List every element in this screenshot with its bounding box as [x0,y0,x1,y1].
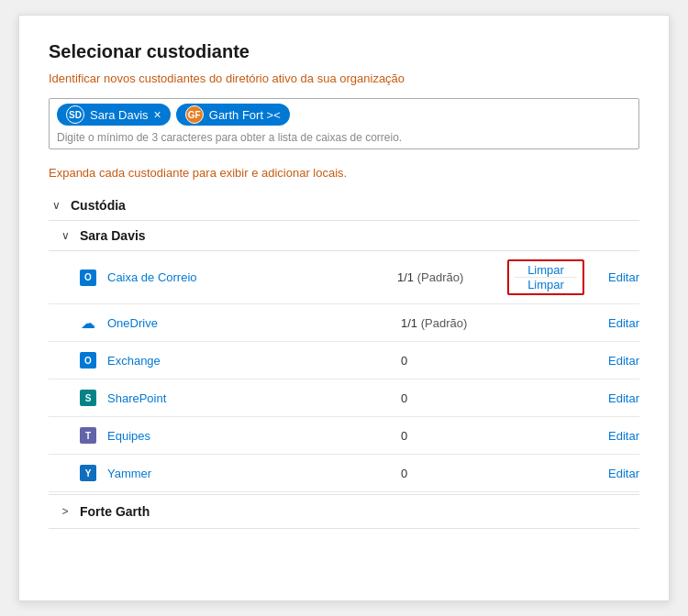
expand-note: Expanda cada custodiante para exibir e a… [49,166,639,180]
custodia-label: Custódia [71,198,126,213]
equipes-link[interactable]: Equipes [107,429,401,443]
subsection-sara-davis: ∨ Sara Davis O Caixa de Correio 1/1 (Pad… [49,221,639,492]
exchange-icon: O [80,270,96,286]
tag-input-placeholder: Digite o mínimo de 3 caracteres para obt… [57,131,631,144]
onedrive-icon: ☁ [81,314,95,332]
modal-container: Selecionar custodiante Identificar novos… [18,15,670,601]
icon-yammer: Y [78,463,98,483]
yammer-icon: Y [80,465,96,481]
tag-avatar-sd: SD [66,105,84,124]
tag-sara-davis[interactable]: SD Sara Davis × [57,104,171,126]
editar-yammer-button[interactable]: Editar [584,467,639,480]
chevron-sara: ∨ [58,228,72,243]
onedrive-link[interactable]: OneDrive [107,316,401,330]
sharepoint-link[interactable]: SharePoint [107,391,401,405]
tag-label-sara: Sara Davis [90,108,149,122]
icon-exchange-caixa: O [78,268,98,288]
row-yammer: Y Yammer 0 Editar [49,455,639,492]
tag-label-garth: Garth Fort >< [209,108,281,122]
sharepoint-count: 0 [401,391,511,405]
chevron-forte: > [58,504,72,519]
limpar-highlight-box: Limpar Limpar [507,259,584,295]
modal-title: Selecionar custodiante [49,41,639,62]
exchange-icon-2: O [80,352,96,368]
icon-onedrive: ☁ [78,313,98,333]
caixa-correio-link[interactable]: Caixa de Correio [107,270,397,284]
row-onedrive: ☁ OneDrive 1/1 (Padrão) Editar [49,304,639,342]
row-equipes: T Equipes 0 Editar [49,417,639,455]
section-forte-garth[interactable]: > Forte Garth [49,494,639,529]
editar-caixa-button[interactable]: Editar [584,270,639,284]
exchange-count: 0 [401,354,511,368]
row-caixa-correio: O Caixa de Correio 1/1 (Padrão) Limpar L… [49,251,639,304]
yammer-count: 0 [401,467,511,480]
teams-icon: T [80,427,96,444]
icon-exchange: O [78,350,98,370]
editar-onedrive-button[interactable]: Editar [584,316,639,330]
limpar-caixa-button[interactable]: Limpar [527,263,564,277]
modal-subtitle: Identificar novos custodiantes do diretó… [49,72,639,85]
yammer-link[interactable]: Yammer [107,467,401,480]
editar-equipes-button[interactable]: Editar [584,429,639,443]
sharepoint-icon: S [80,390,96,406]
editar-sharepoint-button[interactable]: Editar [584,391,639,405]
tag-input-row[interactable]: SD Sara Davis × GF Garth Fort >< Digite … [49,98,639,149]
icon-teams: T [78,425,98,446]
onedrive-count: 1/1 (Padrão) [401,316,511,330]
section-custodia[interactable]: ∨ Custódia [49,191,639,221]
limpar-caixa-container: Limpar [509,263,583,277]
limpar-onedrive-button[interactable]: Limpar [527,278,564,292]
tag-close-sara[interactable]: × [154,108,161,121]
limpar-onedrive-container: Limpar [509,278,583,292]
chevron-custodia: ∨ [49,198,63,213]
row-sharepoint: S SharePoint 0 Editar [49,380,639,417]
equipes-count: 0 [401,429,511,443]
icon-sharepoint: S [78,388,98,408]
user-header-sara[interactable]: ∨ Sara Davis [49,221,639,251]
tag-garth-fort[interactable]: GF Garth Fort >< [176,104,290,126]
sara-davis-label: Sara Davis [80,228,146,243]
tag-avatar-gf: GF [185,105,204,124]
exchange-link[interactable]: Exchange [107,354,401,368]
editar-exchange-button[interactable]: Editar [584,354,639,368]
forte-garth-label: Forte Garth [80,504,150,519]
row-exchange: O Exchange 0 Editar [49,342,639,380]
caixa-count: 1/1 (Padrão) [397,270,507,284]
